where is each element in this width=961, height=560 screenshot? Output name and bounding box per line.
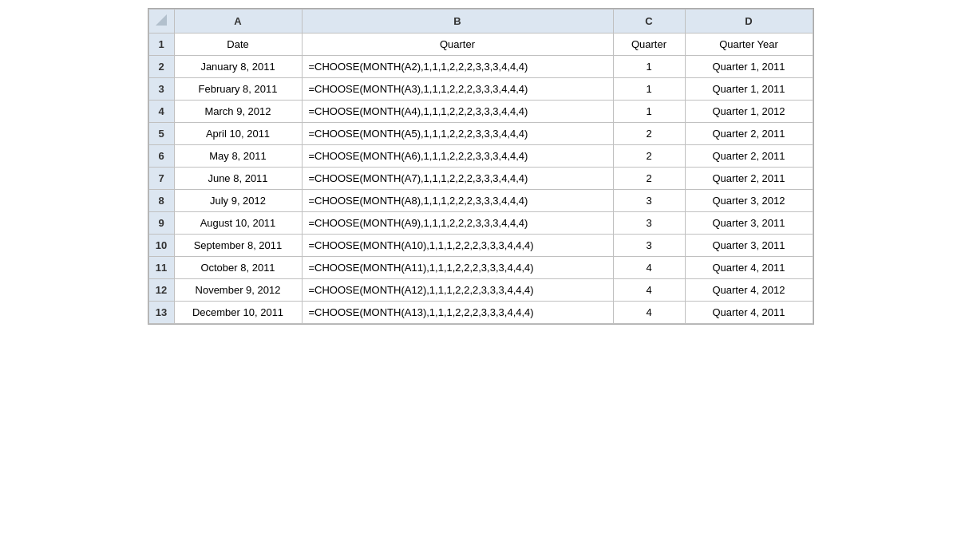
cell-date: January 8, 2011 [174, 56, 302, 78]
column-header-d: D [685, 10, 813, 34]
cell-formula: =CHOOSE(MONTH(A3),1,1,1,2,2,2,3,3,3,4,4,… [302, 78, 613, 101]
cell-quarter: 3 [613, 212, 685, 235]
svg-marker-0 [156, 14, 167, 26]
cell-quarter: 3 [613, 190, 685, 212]
corner-cell [148, 10, 174, 34]
cell-quarter-year: Quarter 4, 2011 [685, 257, 813, 279]
row-num-2: 2 [148, 56, 174, 78]
column-header-c: C [613, 10, 685, 34]
cell-quarter: 4 [613, 302, 685, 324]
cell-date: February 8, 2011 [174, 78, 302, 101]
cell-date: November 9, 2012 [174, 279, 302, 302]
cell-date: August 10, 2011 [174, 212, 302, 235]
column-header-a: A [174, 10, 302, 34]
row-num-13: 13 [148, 302, 174, 324]
cell-quarter-year: Quarter 2, 2011 [685, 145, 813, 168]
cell-quarter-year: Quarter 3, 2011 [685, 235, 813, 257]
row-num-5: 5 [148, 123, 174, 145]
cell-quarter-year: Quarter 2, 2011 [685, 168, 813, 190]
row-num-9: 9 [148, 212, 174, 235]
table-row: 10September 8, 2011=CHOOSE(MONTH(A10),1,… [148, 235, 813, 257]
cell-quarter-year: Quarter 2, 2011 [685, 123, 813, 145]
cell-date: May 8, 2011 [174, 145, 302, 168]
table-row: 12November 9, 2012=CHOOSE(MONTH(A12),1,1… [148, 279, 813, 302]
cell-quarter: 1 [613, 56, 685, 78]
header-quarter-c: Quarter [613, 34, 685, 56]
row-num-8: 8 [148, 190, 174, 212]
row-num-6: 6 [148, 145, 174, 168]
cell-formula: =CHOOSE(MONTH(A8),1,1,1,2,2,2,3,3,3,4,4,… [302, 190, 613, 212]
table-row: 8July 9, 2012=CHOOSE(MONTH(A8),1,1,1,2,2… [148, 190, 813, 212]
cell-date: June 8, 2011 [174, 168, 302, 190]
table-row: 7June 8, 2011=CHOOSE(MONTH(A7),1,1,1,2,2… [148, 168, 813, 190]
cell-quarter: 4 [613, 257, 685, 279]
table-row: 2January 8, 2011=CHOOSE(MONTH(A2),1,1,1,… [148, 56, 813, 78]
cell-formula: =CHOOSE(MONTH(A5),1,1,1,2,2,2,3,3,3,4,4,… [302, 123, 613, 145]
cell-quarter-year: Quarter 1, 2011 [685, 56, 813, 78]
cell-date: December 10, 2011 [174, 302, 302, 324]
cell-date: September 8, 2011 [174, 235, 302, 257]
column-header-b: B [302, 10, 613, 34]
cell-quarter-year: Quarter 4, 2012 [685, 279, 813, 302]
cell-quarter: 1 [613, 101, 685, 123]
row-num-4: 4 [148, 101, 174, 123]
cell-formula: =CHOOSE(MONTH(A13),1,1,1,2,2,2,3,3,3,4,4… [302, 302, 613, 324]
table-row: 6May 8, 2011=CHOOSE(MONTH(A6),1,1,1,2,2,… [148, 145, 813, 168]
cell-quarter-year: Quarter 3, 2012 [685, 190, 813, 212]
cell-quarter: 2 [613, 168, 685, 190]
cell-quarter: 1 [613, 78, 685, 101]
table-row: 9August 10, 2011=CHOOSE(MONTH(A9),1,1,1,… [148, 212, 813, 235]
header-quarter-year: Quarter Year [685, 34, 813, 56]
header-row: 1 Date Quarter Quarter Quarter Year [148, 34, 813, 56]
table-row: 5April 10, 2011=CHOOSE(MONTH(A5),1,1,1,2… [148, 123, 813, 145]
cell-formula: =CHOOSE(MONTH(A2),1,1,1,2,2,2,3,3,3,4,4,… [302, 56, 613, 78]
cell-formula: =CHOOSE(MONTH(A7),1,1,1,2,2,2,3,3,3,4,4,… [302, 168, 613, 190]
cell-quarter: 2 [613, 123, 685, 145]
table-row: 3February 8, 2011=CHOOSE(MONTH(A3),1,1,1… [148, 78, 813, 101]
header-quarter: Quarter [302, 34, 613, 56]
cell-quarter-year: Quarter 4, 2011 [685, 302, 813, 324]
table-row: 13December 10, 2011=CHOOSE(MONTH(A13),1,… [148, 302, 813, 324]
cell-quarter-year: Quarter 1, 2012 [685, 101, 813, 123]
cell-formula: =CHOOSE(MONTH(A6),1,1,1,2,2,2,3,3,3,4,4,… [302, 145, 613, 168]
row-num-11: 11 [148, 257, 174, 279]
cell-quarter: 4 [613, 279, 685, 302]
row-num-1: 1 [148, 34, 174, 56]
spreadsheet: A B C D 1 Date Quarter Quarter Quarter Y… [148, 8, 814, 325]
cell-quarter-year: Quarter 1, 2011 [685, 78, 813, 101]
cell-date: October 8, 2011 [174, 257, 302, 279]
row-num-7: 7 [148, 168, 174, 190]
cell-quarter-year: Quarter 3, 2011 [685, 212, 813, 235]
cell-quarter: 3 [613, 235, 685, 257]
cell-formula: =CHOOSE(MONTH(A9),1,1,1,2,2,2,3,3,3,4,4,… [302, 212, 613, 235]
cell-date: July 9, 2012 [174, 190, 302, 212]
cell-formula: =CHOOSE(MONTH(A4),1,1,1,2,2,2,3,3,3,4,4,… [302, 101, 613, 123]
cell-formula: =CHOOSE(MONTH(A11),1,1,1,2,2,2,3,3,3,4,4… [302, 257, 613, 279]
row-num-3: 3 [148, 78, 174, 101]
cell-formula: =CHOOSE(MONTH(A10),1,1,1,2,2,2,3,3,3,4,4… [302, 235, 613, 257]
row-num-10: 10 [148, 235, 174, 257]
header-date: Date [174, 34, 302, 56]
cell-formula: =CHOOSE(MONTH(A12),1,1,1,2,2,2,3,3,3,4,4… [302, 279, 613, 302]
table-row: 4March 9, 2012=CHOOSE(MONTH(A4),1,1,1,2,… [148, 101, 813, 123]
table-row: 11October 8, 2011=CHOOSE(MONTH(A11),1,1,… [148, 257, 813, 279]
cell-date: April 10, 2011 [174, 123, 302, 145]
row-num-12: 12 [148, 279, 174, 302]
cell-quarter: 2 [613, 145, 685, 168]
cell-date: March 9, 2012 [174, 101, 302, 123]
